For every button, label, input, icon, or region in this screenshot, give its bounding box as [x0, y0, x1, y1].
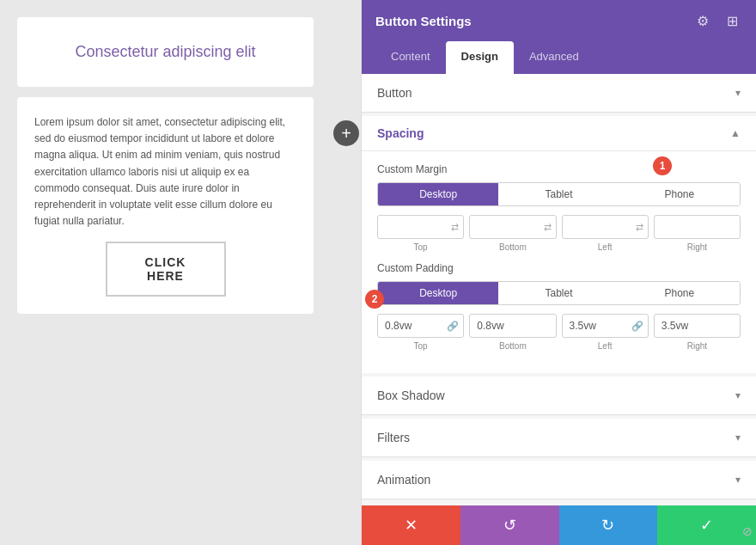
panel-footer: ✕ ↺ ↻ ✓	[362, 505, 756, 545]
filters-chevron-icon: ▾	[735, 432, 741, 444]
card-title: Consectetur adipiscing elit	[75, 43, 255, 60]
margin-top-label: Top	[377, 242, 464, 252]
link-icon-padding-left: 🔗	[631, 321, 643, 332]
add-button[interactable]: +	[333, 120, 359, 146]
padding-input-labels: Top Bottom Left Right	[377, 341, 741, 351]
panel-body: Button ▾ Spacing ▲ Custom Margin 1	[362, 74, 756, 505]
animation-chevron-icon: ▾	[735, 474, 741, 486]
padding-top-group: 🔗	[377, 314, 464, 338]
redo-button[interactable]: ↻	[559, 505, 658, 545]
padding-bottom-group	[469, 314, 556, 338]
padding-right-input[interactable]	[654, 314, 741, 338]
padding-right-group	[654, 314, 741, 338]
bottom-card: Lorem ipsum dolor sit amet, consectetur …	[17, 97, 314, 314]
header-icons: ⚙ ⊞	[692, 10, 742, 31]
animation-header[interactable]: Animation ▾	[362, 461, 756, 499]
box-shadow-header[interactable]: Box Shadow ▾	[362, 377, 756, 414]
padding-left-group: 🔗	[562, 314, 649, 338]
spacing-section-header[interactable]: Spacing ▲	[362, 116, 756, 151]
tab-design[interactable]: Design	[446, 41, 514, 74]
settings-icon[interactable]: ⚙	[692, 10, 713, 31]
padding-top-label: Top	[377, 341, 464, 351]
panel-header: Button Settings ⚙ ⊞	[362, 0, 756, 41]
panel-tabs: Content Design Advanced	[362, 41, 756, 74]
filters-title: Filters	[377, 431, 410, 444]
box-shadow-title: Box Shadow	[377, 389, 445, 402]
filters-header[interactable]: Filters ▾	[362, 419, 756, 456]
spacing-section: Spacing ▲ Custom Margin 1 Desktop	[362, 116, 756, 373]
button-section-header[interactable]: Button ▾	[362, 74, 756, 112]
padding-left-label: Left	[562, 341, 649, 351]
canvas-area: Consectetur adipiscing elit Lorem ipsum …	[0, 0, 331, 545]
margin-tablet-tab[interactable]: Tablet	[498, 183, 619, 205]
margin-right-label: Right	[654, 242, 741, 252]
margin-right-group	[654, 215, 741, 239]
button-section: Button ▾	[362, 74, 756, 113]
cancel-button[interactable]: ✕	[362, 505, 460, 545]
padding-phone-tab[interactable]: Phone	[619, 282, 740, 304]
settings-panel: Button Settings ⚙ ⊞ Content Design Advan…	[361, 0, 756, 545]
undo-button[interactable]: ↺	[460, 505, 559, 545]
filters-section: Filters ▾	[362, 419, 756, 457]
margin-phone-tab[interactable]: Phone	[619, 183, 740, 205]
save-button[interactable]: ✓	[657, 505, 756, 545]
padding-tablet-tab[interactable]: Tablet	[498, 282, 619, 304]
top-card: Consectetur adipiscing elit	[17, 17, 314, 87]
padding-device-tabs: Desktop Tablet Phone	[377, 281, 741, 305]
spacing-body: Custom Margin 1 Desktop Tablet Phone	[362, 151, 756, 373]
custom-padding-label: Custom Padding	[377, 262, 741, 274]
click-here-button[interactable]: CLICK HERE	[106, 242, 226, 297]
margin-top-group: ⇄	[377, 215, 464, 239]
margin-left-group: ⇄	[562, 215, 649, 239]
margin-inputs-row: ⇄ ⇄ ⇄	[377, 215, 741, 239]
custom-margin-label: Custom Margin	[377, 163, 741, 175]
padding-desktop-tab[interactable]: Desktop	[378, 282, 498, 304]
padding-right-label: Right	[654, 341, 741, 351]
box-shadow-section: Box Shadow ▾	[362, 377, 756, 415]
link-icon-margin-top: ⇄	[451, 222, 459, 233]
panel-title: Button Settings	[375, 14, 472, 28]
padding-inputs-row: 🔗 🔗	[377, 314, 741, 338]
link-icon-margin-bottom: ⇄	[544, 222, 552, 233]
spacing-chevron-icon: ▲	[730, 127, 741, 139]
padding-bottom-label: Bottom	[469, 341, 556, 351]
button-section-title: Button	[377, 86, 412, 100]
body-text: Lorem ipsum dolor sit amet, consectetur …	[34, 114, 296, 230]
margin-bottom-label: Bottom	[469, 242, 556, 252]
margin-bottom-group: ⇄	[469, 215, 556, 239]
margin-right-input[interactable]	[654, 215, 741, 239]
padding-bottom-input[interactable]	[469, 314, 556, 338]
badge-1: 1	[653, 156, 672, 175]
link-icon-padding-top: 🔗	[447, 321, 459, 332]
badge-2: 2	[365, 290, 384, 309]
margin-input-labels: Top Bottom Left Right	[377, 242, 741, 252]
custom-padding-wrapper: Custom Padding 2 Desktop Tablet Phone	[377, 262, 741, 351]
button-chevron-icon: ▾	[735, 87, 741, 99]
spacing-section-title: Spacing	[377, 126, 424, 140]
custom-margin-wrapper: Custom Margin 1 Desktop Tablet Phone	[377, 163, 741, 252]
box-shadow-chevron-icon: ▾	[735, 389, 741, 401]
columns-icon[interactable]: ⊞	[722, 10, 742, 31]
link-icon-margin-left: ⇄	[636, 222, 643, 233]
margin-desktop-tab[interactable]: Desktop	[378, 183, 498, 205]
drag-handle-icon: ⊘	[742, 524, 753, 538]
margin-device-tabs: Desktop Tablet Phone	[377, 182, 741, 206]
margin-left-label: Left	[562, 242, 649, 252]
animation-section: Animation ▾	[362, 461, 756, 499]
animation-title: Animation	[377, 473, 430, 487]
tab-content[interactable]: Content	[375, 41, 446, 74]
tab-advanced[interactable]: Advanced	[514, 41, 594, 74]
